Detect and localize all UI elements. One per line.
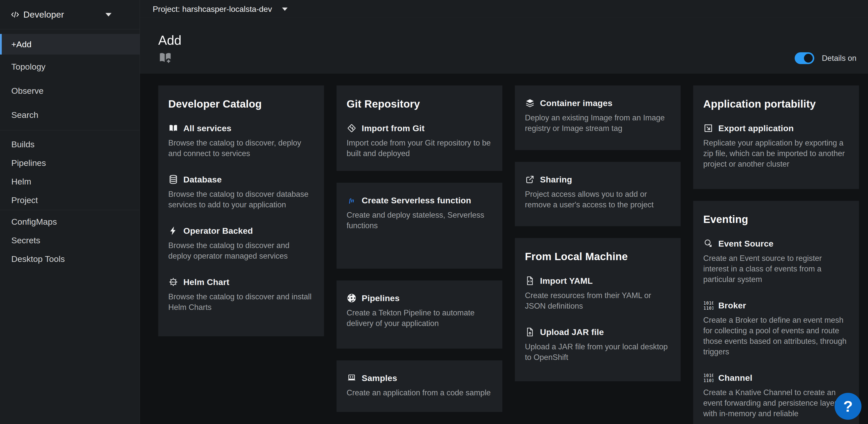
card-title: From Local Machine bbox=[525, 251, 671, 263]
fn-icon: fn bbox=[347, 195, 356, 205]
item-description: Browse the catalog to discover database … bbox=[168, 189, 314, 210]
add-grid-column: Developer CatalogAll servicesBrowse the … bbox=[158, 85, 324, 424]
share-icon bbox=[525, 174, 535, 185]
add-item-link-broker[interactable]: 10101101Broker bbox=[703, 300, 849, 310]
layers-icon bbox=[525, 98, 535, 108]
card-developer-catalog: Developer CatalogAll servicesBrowse the … bbox=[158, 85, 324, 336]
sidebar-item-project[interactable]: Project bbox=[0, 191, 140, 209]
add-item-link-import-yaml[interactable]: Import YAML bbox=[525, 276, 671, 286]
add-item-link-upload-jar-file[interactable]: Upload JAR file bbox=[525, 327, 671, 337]
sidebar-item-search[interactable]: Search bbox=[0, 103, 140, 127]
sidebar-item-builds[interactable]: Builds bbox=[0, 135, 140, 153]
add-item-link-create-serverless-function[interactable]: fnCreate Serverless function bbox=[347, 195, 492, 205]
add-item-link-event-source[interactable]: Event Source bbox=[703, 238, 849, 249]
sidebar: Developer +AddTopologyObserveSearchBuild… bbox=[0, 0, 140, 424]
item-label: Import YAML bbox=[540, 276, 593, 286]
add-item-import-yaml: Import YAMLCreate resources from their Y… bbox=[525, 276, 671, 311]
sidebar-item-secrets[interactable]: Secrets bbox=[0, 231, 140, 250]
pipelines-icon bbox=[347, 293, 356, 303]
item-description: Browse the catalog to discover and deplo… bbox=[168, 240, 314, 261]
add-item-link-sharing[interactable]: Sharing bbox=[525, 174, 671, 185]
chevron-down-icon bbox=[282, 7, 287, 11]
item-description: Upload a JAR file from your local deskto… bbox=[525, 342, 671, 363]
item-label: Broker bbox=[718, 301, 746, 310]
card-create-serverless-function: fnCreate Serverless functionCreate and d… bbox=[337, 183, 502, 269]
svg-text:1010: 1010 bbox=[704, 373, 713, 378]
nav-group: +AddTopologyObserveSearch bbox=[0, 29, 140, 127]
masthead: Project: harshcasper-localsta-dev bbox=[140, 0, 868, 18]
item-description: Import code from your Git repository to … bbox=[347, 138, 492, 159]
svg-text:HELM: HELM bbox=[170, 281, 176, 283]
card-sharing: SharingProject access allows you to add … bbox=[515, 162, 681, 226]
helm-icon: HELM bbox=[168, 277, 178, 287]
sidebar-item-desktop-tools[interactable]: Desktop Tools bbox=[0, 250, 140, 268]
details-toggle[interactable] bbox=[795, 52, 814, 64]
binary-icon: 10101101 bbox=[703, 300, 713, 310]
add-item-link-all-services[interactable]: All services bbox=[168, 123, 314, 133]
file-code-icon bbox=[525, 276, 535, 286]
file-upload-icon bbox=[525, 327, 535, 337]
sidebar-nav: +AddTopologyObserveSearchBuildsPipelines… bbox=[0, 29, 140, 268]
help-button[interactable]: ? bbox=[835, 393, 862, 420]
item-description: Browse the catalog to discover and insta… bbox=[168, 291, 314, 313]
add-item-link-channel[interactable]: 10101101Channel bbox=[703, 373, 849, 383]
add-item-link-samples[interactable]: Samples bbox=[347, 373, 492, 383]
card-title: Application portability bbox=[703, 98, 849, 110]
card-application-portability: Application portabilityExport applicatio… bbox=[693, 85, 859, 189]
item-label: Export application bbox=[718, 123, 794, 133]
add-item-all-services: All servicesBrowse the catalog to discov… bbox=[168, 123, 314, 159]
sidebar-item-configmaps[interactable]: ConfigMaps bbox=[0, 213, 140, 231]
page-header: Add Details on bbox=[140, 19, 868, 74]
item-label: Event Source bbox=[718, 239, 774, 249]
card-pipelines: PipelinesCreate a Tekton Pipeline to aut… bbox=[337, 281, 502, 348]
perspective-label: Developer bbox=[23, 9, 64, 20]
perspective-switcher[interactable]: Developer bbox=[0, 0, 140, 29]
question-icon: ? bbox=[843, 397, 853, 415]
sidebar-item-helm[interactable]: Helm bbox=[0, 172, 140, 191]
sidebar-item-observe[interactable]: Observe bbox=[0, 79, 140, 103]
card-git-repository: Git RepositoryImport from GitImport code… bbox=[337, 85, 502, 171]
item-description: Create a Broker to define an event mesh … bbox=[703, 315, 849, 357]
svg-text:fn: fn bbox=[349, 197, 354, 204]
add-item-container-images: Container imagesDeploy an existing Image… bbox=[525, 98, 671, 134]
item-description: Create an Event source to register inter… bbox=[703, 253, 849, 285]
add-item-link-database[interactable]: Database bbox=[168, 174, 314, 185]
add-item-import-from-git: Import from GitImport code from your Git… bbox=[347, 123, 492, 159]
book-open-icon bbox=[168, 123, 178, 133]
git-icon bbox=[347, 123, 356, 133]
card-from-local-machine: From Local MachineImport YAMLCreate reso… bbox=[515, 238, 681, 381]
add-item-link-helm-chart[interactable]: HELMHelm Chart bbox=[168, 277, 314, 287]
item-label: Operator Backed bbox=[183, 226, 253, 236]
item-description: Create a Tekton Pipeline to automate del… bbox=[347, 308, 492, 329]
sidebar-item-topology[interactable]: Topology bbox=[0, 55, 140, 79]
svg-text:1101: 1101 bbox=[704, 378, 713, 383]
sidebar-item-add[interactable]: +Add bbox=[0, 34, 140, 55]
add-item-samples: SamplesCreate an application from a code… bbox=[347, 373, 492, 398]
sidebar-item-pipelines[interactable]: Pipelines bbox=[0, 153, 140, 172]
code-icon bbox=[11, 10, 19, 19]
svg-text:1101: 1101 bbox=[704, 306, 713, 310]
binary-icon: 10101101 bbox=[703, 373, 713, 383]
project-switcher[interactable]: Project: harshcasper-localsta-dev bbox=[153, 4, 287, 14]
add-item-upload-jar-file: Upload JAR fileUpload a JAR file from yo… bbox=[525, 327, 671, 363]
add-item-link-container-images[interactable]: Container images bbox=[525, 98, 671, 108]
add-grid-column: Git RepositoryImport from GitImport code… bbox=[337, 85, 502, 424]
add-item-operator-backed: Operator BackedBrowse the catalog to dis… bbox=[168, 226, 314, 261]
bolt-icon bbox=[168, 226, 178, 236]
item-label: Channel bbox=[718, 373, 752, 383]
item-label: Import from Git bbox=[362, 123, 425, 133]
details-toggle-label: Details on bbox=[822, 54, 857, 63]
details-switch: Details on bbox=[795, 52, 857, 64]
book-plus-icon bbox=[158, 51, 172, 65]
toggle-knob bbox=[804, 54, 813, 63]
add-item-database: DatabaseBrowse the catalog to discover d… bbox=[168, 174, 314, 210]
item-description: Replicate your application by exporting … bbox=[703, 138, 849, 169]
item-label: Sharing bbox=[540, 175, 572, 185]
card-samples: SamplesCreate an application from a code… bbox=[337, 360, 502, 412]
add-item-link-export-application[interactable]: Export application bbox=[703, 123, 849, 133]
card-title: Developer Catalog bbox=[168, 98, 314, 110]
add-item-create-serverless-function: fnCreate Serverless functionCreate and d… bbox=[347, 195, 492, 231]
add-item-link-import-from-git[interactable]: Import from Git bbox=[347, 123, 492, 133]
add-item-link-pipelines[interactable]: Pipelines bbox=[347, 293, 492, 303]
add-item-link-operator-backed[interactable]: Operator Backed bbox=[168, 226, 314, 236]
